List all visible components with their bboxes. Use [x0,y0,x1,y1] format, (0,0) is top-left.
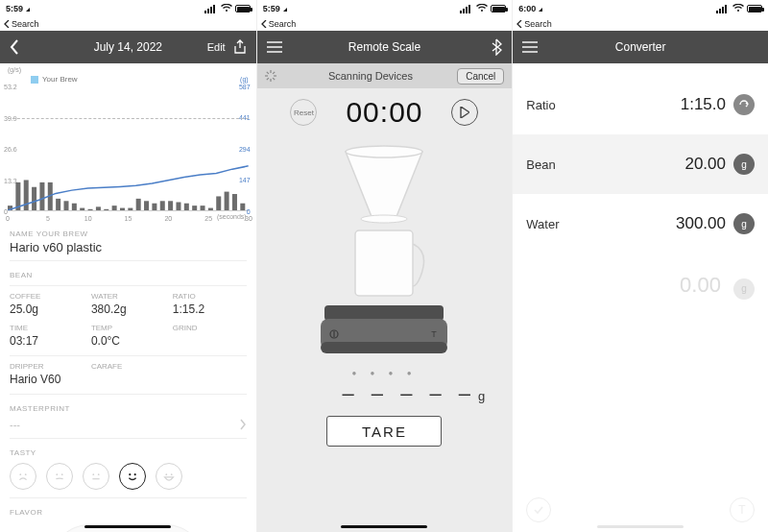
y-axis-right-unit: (g) [240,76,249,83]
back-to-search[interactable]: Search [513,17,768,31]
wifi-icon [476,4,488,14]
tare-button[interactable]: TARE [326,416,442,447]
cancel-button[interactable]: Cancel [457,68,504,85]
svg-rect-48 [468,5,470,13]
ratio-value: 1:15.0 [681,95,726,114]
svg-rect-12 [72,204,77,210]
page-dots[interactable]: ● ● ● ● [257,369,513,377]
tasty-label: TASTY [0,443,256,459]
home-indicator[interactable] [597,525,684,528]
brew-chart: 013.326.639.953.201472944415870510152025… [8,86,249,211]
svg-point-42 [134,473,136,475]
svg-rect-69 [716,11,718,13]
nav-bar: Remote Scale [257,31,513,63]
confirm-button[interactable] [526,497,551,522]
status-bar: 5:59 [0,0,256,17]
svg-rect-47 [466,7,468,13]
chevron-left-icon [10,39,19,55]
chevron-left-icon [4,20,10,28]
back-to-search[interactable]: Search [0,17,256,31]
location-icon [539,4,546,13]
status-time: 6:00 [518,4,536,13]
brewer-illustration[interactable]: T [307,144,461,365]
check-icon [533,504,544,516]
stat-temp: TEMP0.0°C [91,324,165,348]
separator [10,497,247,498]
svg-rect-25 [176,203,180,210]
svg-point-38 [92,473,94,475]
svg-rect-71 [722,7,724,13]
share-button[interactable] [233,39,247,55]
face-3[interactable] [83,463,109,490]
label: RATIO [173,292,247,301]
svg-rect-10 [56,199,60,210]
label: TIME [10,324,84,332]
back-to-search[interactable]: Search [257,17,513,31]
svg-rect-17 [112,206,117,210]
face-1[interactable] [10,463,36,490]
section-name-label: NAME YOUR BREW [0,224,256,240]
svg-line-56 [266,72,268,74]
face-5[interactable] [156,463,182,490]
home-indicator[interactable] [341,525,427,528]
nav-back[interactable] [10,39,52,55]
stat-time: TIME03:17 [10,324,84,348]
svg-rect-18 [120,208,125,210]
nav-bar: Converter [513,31,768,63]
bluetooth-button[interactable] [460,38,502,56]
svg-rect-21 [144,201,149,210]
svg-rect-63 [324,305,444,321]
value: 380.2g [91,302,165,316]
signal-icon [716,5,730,13]
target-button[interactable]: T [730,497,755,522]
svg-rect-72 [725,5,727,13]
weight-display: – – – – –g [257,377,513,406]
face-2[interactable] [46,463,73,490]
back-search-label: Search [269,19,297,29]
svg-text:T: T [432,329,438,339]
ratio-row[interactable]: Ratio 1:15.0 [513,75,768,134]
menu-button[interactable] [267,41,309,53]
svg-rect-16 [104,209,108,210]
menu-button[interactable] [522,41,564,53]
reset-button[interactable]: Reset [290,99,317,126]
bean-row[interactable]: Bean 20.00 g [513,134,768,194]
weight-unit: g [478,389,485,403]
screen-brew-record: 5:59 Search July 14, 2022 Edit [0,0,256,532]
status-bar: 6:00 [513,0,768,17]
status-time: 5:59 [263,4,280,13]
brew-name-value[interactable]: Hario v60 plastic [0,240,256,256]
back-search-label: Search [524,19,552,29]
separator [10,438,247,439]
tasty-faces [0,459,256,494]
signal-icon [460,5,473,13]
nav-title: Converter [564,40,716,54]
stat-ratio: RATIO1:15.2 [173,292,247,316]
home-indicator[interactable] [84,525,171,528]
svg-point-61 [361,215,407,223]
hamburger-icon [522,41,538,53]
label: WATER [91,292,165,301]
svg-rect-30 [216,196,221,210]
stat-grind: GRIND [173,324,247,348]
stat-empty [173,362,247,386]
svg-point-34 [19,473,21,475]
water-unit-button[interactable]: g [733,213,755,234]
converter-body: Ratio 1:15.0 Bean 20.00 g Water 300.00 g… [513,63,768,532]
bean-unit-button[interactable]: g [733,154,755,175]
svg-rect-11 [63,201,68,210]
swap-button[interactable] [733,94,755,115]
screen-converter: 6:00 Search Converter Ratio 1:15.0 Bean … [512,0,768,532]
weight-value: – – – – – [342,381,476,405]
separator [10,355,247,356]
play-button[interactable] [451,99,478,126]
masterprint-row[interactable]: --- [0,415,256,434]
svg-rect-19 [128,208,132,210]
face-happy-icon [124,468,141,485]
svg-rect-26 [184,204,189,210]
face-4-selected[interactable] [119,463,146,490]
label: TEMP [91,324,165,332]
water-row[interactable]: Water 300.00 g [513,194,768,254]
edit-button[interactable]: Edit [207,41,226,53]
stats-row-2: TIME03:17 TEMP0.0°C GRIND [0,322,256,348]
